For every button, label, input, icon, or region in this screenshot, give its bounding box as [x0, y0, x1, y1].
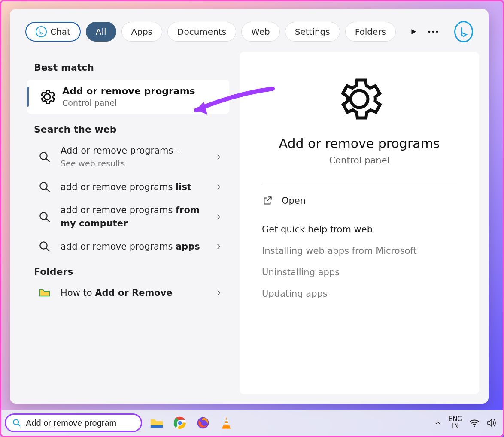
web-result-1[interactable]: add or remove programs list: [10, 175, 235, 199]
tab-folders[interactable]: Folders: [345, 22, 396, 42]
best-match-title: Add or remove programs: [62, 86, 195, 96]
help-link-2[interactable]: Updating apps: [262, 289, 328, 299]
gear-icon: [38, 88, 56, 106]
chevron-right-icon: [215, 153, 222, 161]
tab-settings[interactable]: Settings: [285, 22, 340, 42]
folder-result-0[interactable]: How to Add or Remove: [10, 281, 235, 304]
svg-line-8: [46, 219, 50, 222]
more-options-icon[interactable]: [426, 23, 440, 40]
bing-icon[interactable]: [454, 21, 473, 42]
svg-rect-18: [225, 420, 228, 422]
svg-point-7: [40, 212, 47, 219]
open-external-icon: [262, 195, 273, 206]
taskbar: ENG IN: [1, 410, 503, 436]
system-tray: ENG IN: [434, 416, 497, 431]
section-search-web: Search the web: [10, 116, 235, 139]
svg-point-11: [13, 419, 18, 425]
open-action[interactable]: Open: [262, 195, 306, 206]
help-header: Get quick help from web: [262, 224, 373, 235]
svg-line-10: [46, 248, 50, 252]
taskbar-search-box[interactable]: [5, 413, 142, 432]
details-title: Add or remove programs: [279, 136, 440, 151]
bing-chat-icon: [36, 26, 47, 37]
tab-documents[interactable]: Documents: [167, 22, 236, 42]
svg-line-6: [46, 189, 50, 192]
file-explorer-icon[interactable]: [148, 414, 165, 431]
chrome-icon[interactable]: [171, 414, 188, 431]
section-best-match: Best match: [10, 54, 235, 77]
search-icon: [38, 151, 51, 163]
chevron-right-icon: [215, 243, 222, 250]
search-results-panel: Chat All Apps Documents Web Settings Fol…: [10, 9, 489, 404]
best-match-subtitle: Control panel: [62, 98, 195, 108]
svg-point-0: [428, 31, 431, 33]
wifi-icon[interactable]: [469, 419, 480, 427]
filter-tabs-row: Chat All Apps Documents Web Settings Fol…: [10, 9, 489, 52]
search-icon: [38, 240, 51, 253]
chevron-up-icon[interactable]: [434, 419, 442, 427]
svg-rect-19: [225, 423, 228, 425]
tab-apps[interactable]: Apps: [121, 22, 163, 42]
svg-point-5: [40, 182, 47, 189]
language-indicator[interactable]: ENG IN: [449, 416, 462, 431]
web-result-2[interactable]: add or remove programs from my computer: [10, 199, 235, 235]
search-icon: [12, 418, 21, 428]
search-icon: [38, 211, 51, 223]
details-pane: Add or remove programs Control panel Ope…: [240, 52, 479, 394]
section-folders: Folders: [10, 259, 235, 281]
help-link-0[interactable]: Installing web apps from Microsoft: [262, 246, 417, 256]
search-icon: [38, 181, 51, 193]
best-match-result[interactable]: Add or remove programs Control panel: [27, 80, 229, 114]
volume-icon[interactable]: [486, 418, 497, 428]
svg-point-2: [436, 31, 438, 33]
results-list: Best match Add or remove programs Contro…: [10, 52, 235, 404]
tab-all[interactable]: All: [86, 22, 116, 42]
chevron-right-icon: [215, 183, 222, 191]
chat-tab[interactable]: Chat: [25, 22, 81, 42]
chat-label: Chat: [50, 27, 70, 37]
svg-point-3: [40, 153, 47, 160]
svg-line-12: [18, 424, 21, 427]
firefox-icon[interactable]: [194, 414, 212, 431]
chevron-right-icon: [215, 289, 222, 297]
svg-point-1: [432, 31, 434, 33]
vlc-icon[interactable]: [218, 414, 235, 431]
svg-line-4: [46, 159, 50, 162]
web-result-3[interactable]: add or remove programs apps: [10, 235, 235, 258]
tab-web[interactable]: Web: [241, 22, 280, 42]
svg-rect-13: [151, 425, 163, 428]
svg-point-20: [474, 425, 475, 427]
overflow-play-icon[interactable]: [406, 23, 421, 40]
folder-icon: [38, 286, 51, 299]
help-link-1[interactable]: Uninstalling apps: [262, 267, 340, 277]
web-result-0[interactable]: Add or remove programs - See web results: [10, 139, 235, 175]
divider: [262, 183, 457, 183]
svg-point-9: [40, 242, 47, 249]
chevron-right-icon: [215, 213, 222, 221]
details-subtitle: Control panel: [329, 155, 390, 166]
taskbar-search-input[interactable]: [26, 418, 135, 428]
gear-icon: [334, 73, 385, 125]
